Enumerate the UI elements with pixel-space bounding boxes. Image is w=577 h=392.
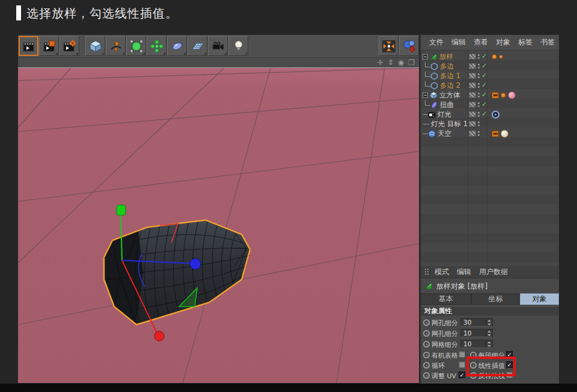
enabled-check-icon[interactable]: ✓ (481, 82, 487, 88)
tree-connector (423, 133, 428, 134)
y-axis-handle[interactable] (117, 205, 126, 215)
menu-bookmark[interactable]: 书签 (540, 37, 555, 47)
tab-basic[interactable]: 基本 (421, 293, 471, 305)
deformer-button[interactable] (167, 36, 187, 56)
floor-environment-button[interactable] (188, 36, 207, 56)
menu-file[interactable]: 文件 (429, 37, 444, 47)
render-settings-button[interactable] (60, 36, 79, 56)
loop-checkbox[interactable] (459, 361, 465, 368)
layer-toggle[interactable] (469, 130, 476, 136)
organic-form-checkbox[interactable] (459, 351, 465, 358)
visibility-dots[interactable] (478, 93, 480, 97)
add-primitive-button[interactable] (85, 36, 105, 56)
spinner-icon[interactable] (486, 319, 492, 326)
tree-item-nside-1[interactable]: 多边 1 ✓ (421, 71, 559, 81)
layer-toggle[interactable] (469, 92, 476, 98)
collapse-icon[interactable]: − (423, 54, 428, 60)
viewport-3d[interactable] (18, 68, 419, 383)
keyframe-dot-icon[interactable] (423, 372, 430, 379)
subdivision-surface-button[interactable] (126, 36, 146, 56)
tree-item-light[interactable]: 灯光 ✓ (421, 109, 559, 119)
keyframe-dot-icon[interactable] (423, 319, 430, 326)
visibility-dots[interactable] (478, 102, 480, 107)
am-menu-userdata[interactable]: 用户数据 (479, 267, 508, 277)
enabled-check-icon[interactable]: ✓ (481, 63, 487, 69)
layer-toggle[interactable] (469, 121, 476, 127)
target-light-icon (428, 120, 429, 128)
object-drop-tool-button[interactable] (399, 36, 419, 56)
spinner-icon[interactable] (486, 340, 492, 348)
enabled-check-icon[interactable]: ✓ (481, 54, 487, 60)
keyframe-dot-icon[interactable] (423, 341, 430, 348)
menu-edit[interactable]: 编辑 (451, 37, 466, 47)
layer-toggle[interactable] (469, 73, 476, 79)
compositing-tag-icon[interactable] (492, 92, 499, 99)
material-tag-icon[interactable] (501, 130, 508, 138)
phong-tag-icon[interactable] (492, 54, 497, 60)
visibility-dots[interactable] (478, 73, 480, 78)
compositing-tag-icon[interactable] (492, 130, 499, 137)
am-menu-edit[interactable]: 编辑 (457, 267, 471, 277)
target-tag-icon[interactable] (492, 111, 499, 118)
layer-toggle[interactable] (469, 111, 476, 117)
viewport-maximize-icon[interactable]: ❐ (408, 58, 415, 67)
visibility-dots[interactable] (478, 54, 480, 59)
tree-item-cube[interactable]: − 立方体 ✓ (421, 90, 559, 100)
tree-item-nside[interactable]: 多边 ✓ (421, 61, 559, 71)
field-value: 30 (463, 319, 471, 326)
am-menu-mode[interactable]: 模式 (435, 267, 449, 277)
array-generator-button[interactable] (147, 36, 166, 56)
visibility-dots[interactable] (478, 131, 480, 136)
section-object-properties[interactable]: 对象属性 (421, 306, 559, 316)
tree-item-nside-2[interactable]: 多边 2 ✓ (421, 81, 559, 90)
menu-object[interactable]: 对象 (496, 37, 510, 47)
camera-button[interactable] (208, 36, 228, 56)
render-view-button[interactable] (19, 36, 38, 56)
menubar-grip-handle[interactable] (424, 268, 430, 276)
keyframe-dot-icon[interactable] (423, 352, 430, 358)
tab-coordinates[interactable]: 坐标 (471, 293, 520, 305)
spline-pen-button[interactable] (106, 36, 126, 56)
keyframe-dot-icon[interactable] (423, 362, 430, 369)
tree-item-loft[interactable]: − 放样 ✓ (421, 52, 559, 61)
loft-mesh-object[interactable] (104, 220, 250, 325)
layer-toggle[interactable] (469, 54, 476, 60)
phong-tag-icon[interactable] (499, 55, 503, 59)
enabled-check-icon[interactable]: ✓ (481, 111, 487, 117)
phong-tag-icon[interactable] (501, 93, 506, 98)
adapt-uv-checkbox[interactable]: ✓ (459, 372, 465, 378)
material-tag-icon[interactable] (508, 91, 516, 99)
visibility-dots[interactable] (478, 64, 480, 69)
tree-item-light-target[interactable]: 灯光 目标 1 (421, 119, 559, 129)
tree-item-bend[interactable]: 扭曲 ✓ (421, 100, 559, 109)
viewport-zoom-icon[interactable]: ⇕ (388, 58, 394, 67)
mesh-subdivision-u-input[interactable]: 30 (460, 318, 493, 326)
visibility-dots[interactable] (478, 112, 480, 117)
menu-tag[interactable]: 标签 (518, 37, 533, 47)
collapse-icon[interactable]: − (423, 93, 428, 98)
snap-move-tool-button[interactable] (379, 36, 398, 56)
tree-item-sky[interactable]: 天空 (421, 129, 559, 138)
viewport-pan-icon[interactable]: ✛ (377, 58, 383, 67)
enabled-check-icon[interactable]: ✓ (481, 102, 487, 108)
layer-toggle[interactable] (469, 63, 476, 69)
menu-view[interactable]: 查看 (474, 37, 488, 47)
spinner-icon[interactable] (486, 329, 492, 337)
tab-object[interactable]: 对象 (520, 293, 559, 305)
enabled-check-icon[interactable]: ✓ (481, 92, 487, 98)
visibility-dots[interactable] (478, 83, 480, 88)
viewport-rotate-icon[interactable]: ◉ (398, 58, 404, 67)
x-axis-handle[interactable] (154, 331, 164, 341)
visibility-dots[interactable] (478, 121, 480, 126)
field-mesh-subdivision-u: 网孔细分 U 30 (421, 318, 559, 328)
layer-toggle[interactable] (469, 82, 476, 88)
render-picture-viewer-button[interactable] (39, 36, 59, 56)
mesh-subdivision-v-input[interactable]: 10 (460, 329, 493, 337)
keyframe-dot-icon[interactable] (423, 330, 430, 337)
light-button[interactable] (228, 36, 248, 56)
grid-subdivision-u-input[interactable]: 10 (460, 340, 493, 348)
enabled-check-icon[interactable]: ✓ (481, 73, 487, 79)
layer-toggle[interactable] (469, 102, 476, 108)
z-axis-handle[interactable] (190, 259, 201, 269)
camera-icon (211, 39, 225, 54)
